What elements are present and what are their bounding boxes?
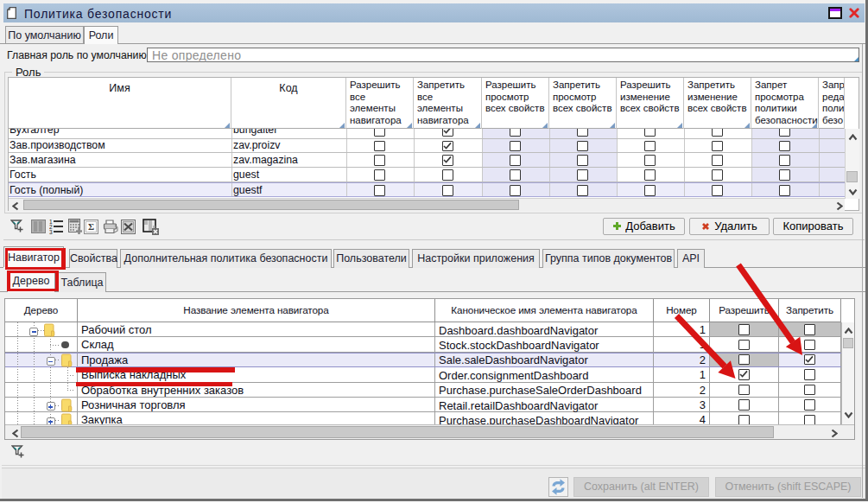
svg-text:Σ: Σ	[88, 221, 94, 232]
svg-text:3: 3	[49, 229, 53, 234]
